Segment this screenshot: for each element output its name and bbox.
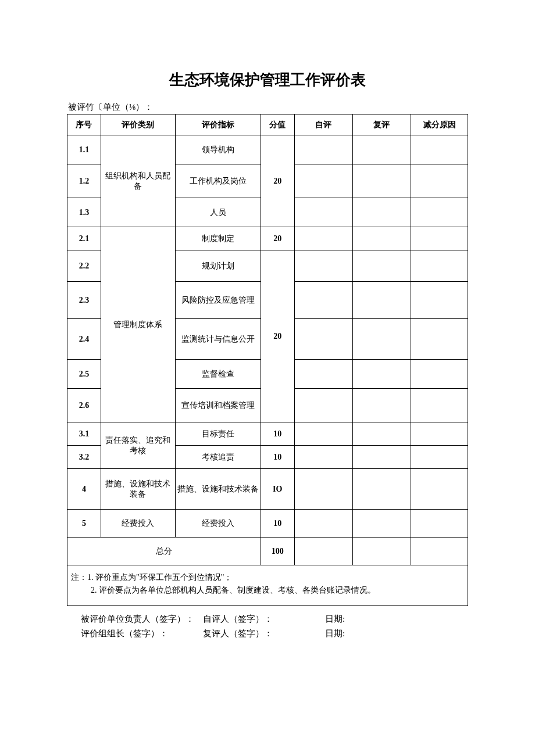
cell-review	[352, 164, 411, 198]
cell-seq: 2.2	[67, 250, 101, 282]
cell-reason	[411, 282, 468, 319]
cell-indicator: 经费投入	[175, 510, 261, 538]
cell-self	[294, 164, 352, 198]
signature-row-2: 评价组组长（签字）： 复评人（签字）： 日期:	[81, 626, 468, 642]
signatures-block: 被评价单位负责人（签字）： 自评人（签字）： 日期: 评价组组长（签字）： 复评…	[67, 612, 468, 642]
cell-review	[352, 360, 411, 389]
header-seq: 序号	[67, 114, 101, 135]
notes-block: 注：1. 评价重点为"环保工作五个到位情况"； 2. 评价要点为各单位总部机构人…	[67, 565, 468, 606]
cell-indicator: 领导机构	[175, 135, 261, 164]
table-row: 3.1 责任落实、追究和考核 目标责任 10	[67, 422, 468, 446]
sig-date-2: 日期:	[325, 626, 395, 642]
table-header-row: 序号 评价类别 评价指标 分值 自评 复评 减分原因	[67, 114, 468, 135]
cell-self	[294, 250, 352, 282]
cell-review	[352, 282, 411, 319]
cell-review	[352, 319, 411, 360]
header-review: 复评	[352, 114, 411, 135]
cell-review	[352, 389, 411, 422]
cell-review	[352, 422, 411, 446]
cell-reason	[411, 250, 468, 282]
cell-self	[294, 389, 352, 422]
cell-seq: 4	[67, 469, 101, 510]
cell-seq: 2.5	[67, 360, 101, 389]
table-row: 4 措施、设施和技术装备 措施、设施和技术装备 IO	[67, 469, 468, 510]
cell-self	[294, 446, 352, 469]
cell-self	[294, 135, 352, 164]
sig-unit-leader: 被评价单位负责人（签字）：	[81, 612, 203, 627]
cell-review	[352, 198, 411, 227]
cell-indicator: 监督检查	[175, 360, 261, 389]
cell-self	[294, 422, 352, 446]
signature-row-1: 被评价单位负责人（签字）： 自评人（签字）： 日期:	[81, 612, 468, 627]
cell-reason	[411, 319, 468, 360]
cell-indicator: 工作机构及岗位	[175, 164, 261, 198]
cell-review	[352, 227, 411, 250]
cell-seq: 1.2	[67, 164, 101, 198]
cell-category: 组织机构和人员配备	[101, 135, 175, 227]
cell-score: 10	[261, 422, 294, 446]
evaluation-table: 序号 评价类别 评价指标 分值 自评 复评 减分原因 1.1 组织机构和人员配备…	[67, 114, 468, 565]
cell-reason	[411, 227, 468, 250]
cell-reason	[411, 389, 468, 422]
sig-reviewer: 复评人（签字）：	[203, 626, 325, 642]
cell-seq: 2.6	[67, 389, 101, 422]
total-score: 100	[261, 538, 294, 565]
cell-category: 责任落实、追究和考核	[101, 422, 175, 469]
cell-reason	[411, 469, 468, 510]
cell-seq: 2.1	[67, 227, 101, 250]
cell-indicator: 监测统计与信息公开	[175, 319, 261, 360]
header-self: 自评	[294, 114, 352, 135]
table-row: 1.1 组织机构和人员配备 领导机构 20	[67, 135, 468, 164]
cell-score: IO	[261, 469, 294, 510]
cell-review	[352, 250, 411, 282]
cell-seq: 1.1	[67, 135, 101, 164]
cell-seq: 5	[67, 510, 101, 538]
cell-indicator: 目标责任	[175, 422, 261, 446]
cell-self	[294, 198, 352, 227]
header-category: 评价类别	[101, 114, 175, 135]
table-row: 5 经费投入 经费投入 10	[67, 510, 468, 538]
cell-review	[352, 135, 411, 164]
cell-indicator: 制度制定	[175, 227, 261, 250]
cell-seq: 2.4	[67, 319, 101, 360]
cell-indicator: 规划计划	[175, 250, 261, 282]
cell-reason	[411, 135, 468, 164]
header-indicator: 评价指标	[175, 114, 261, 135]
cell-review	[352, 446, 411, 469]
evaluated-unit-label: 被评竹〔单位（⅛）：	[67, 102, 468, 113]
cell-seq: 3.1	[67, 422, 101, 446]
table-total-row: 总分 100	[67, 538, 468, 565]
cell-reason	[411, 422, 468, 446]
cell-indicator: 人员	[175, 198, 261, 227]
cell-category: 措施、设施和技术装备	[101, 469, 175, 510]
cell-seq: 3.2	[67, 446, 101, 469]
page-title: 生态环境保护管理工作评价表	[67, 70, 468, 90]
cell-score: 10	[261, 446, 294, 469]
cell-indicator: 措施、设施和技术装备	[175, 469, 261, 510]
cell-score: 20	[261, 250, 294, 422]
cell-self	[294, 510, 352, 538]
cell-self	[294, 469, 352, 510]
cell-category: 经费投入	[101, 510, 175, 538]
total-label: 总分	[67, 538, 261, 565]
sig-date-1: 日期:	[325, 612, 395, 627]
note-2: 2. 评价要点为各单位总部机构人员配备、制度建设、考核、各类台账记录情况。	[71, 584, 464, 597]
cell-self	[294, 319, 352, 360]
sig-self-evaluator: 自评人（签字）：	[203, 612, 325, 627]
cell-seq: 1.3	[67, 198, 101, 227]
cell-seq: 2.3	[67, 282, 101, 319]
cell-review	[352, 469, 411, 510]
cell-reason	[411, 538, 468, 565]
cell-category: 管理制度体系	[101, 227, 175, 422]
cell-reason	[411, 510, 468, 538]
cell-reason	[411, 164, 468, 198]
cell-review	[352, 510, 411, 538]
cell-indicator: 风险防控及应急管理	[175, 282, 261, 319]
cell-indicator: 考核追责	[175, 446, 261, 469]
cell-self	[294, 282, 352, 319]
cell-reason	[411, 446, 468, 469]
header-score: 分值	[261, 114, 294, 135]
sig-group-leader: 评价组组长（签字）：	[81, 626, 203, 642]
cell-self	[294, 360, 352, 389]
note-1: 注：1. 评价重点为"环保工作五个到位情况"；	[71, 571, 464, 584]
